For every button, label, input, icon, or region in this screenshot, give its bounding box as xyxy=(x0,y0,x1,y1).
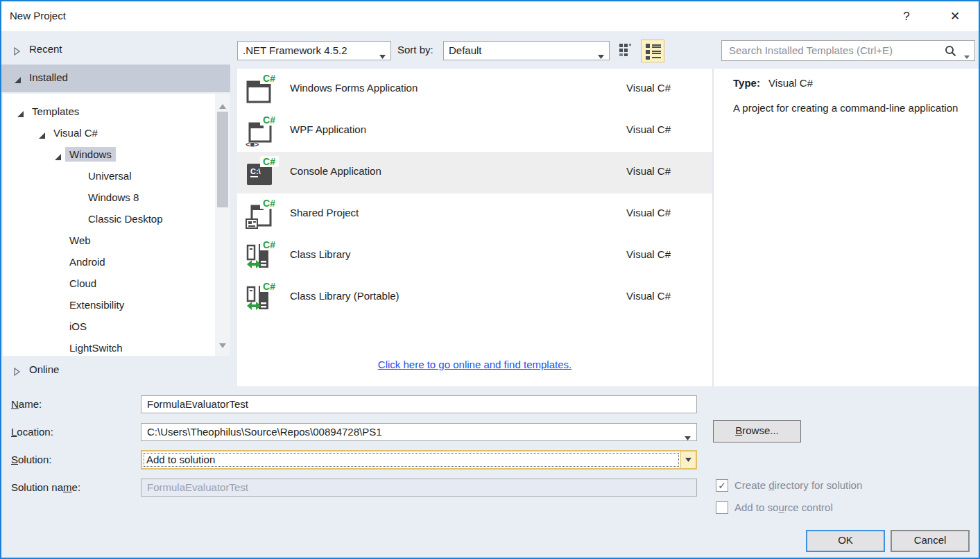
template-name: Class Library (Portable) xyxy=(290,290,399,302)
sidebar-item-installed[interactable]: Installed xyxy=(1,64,230,92)
solution-name-field[interactable]: FormulaEvaluatorTest xyxy=(141,479,697,497)
template-row-shared[interactable]: C#Shared ProjectVisual C# xyxy=(237,194,712,235)
tree-item-label: Templates xyxy=(28,104,83,119)
tree-item-extensibility[interactable]: Extensibility xyxy=(3,295,211,317)
chevron-down-icon[interactable] xyxy=(964,49,970,61)
svg-text:C#: C# xyxy=(263,281,275,292)
scroll-down-icon[interactable] xyxy=(219,338,226,350)
template-name: Shared Project xyxy=(290,207,359,218)
template-language: Visual C# xyxy=(626,123,671,135)
list-view-button[interactable] xyxy=(641,40,664,62)
tree-item-classic-desktop[interactable]: Classic Desktop xyxy=(3,209,211,231)
svg-text:<■>: <■> xyxy=(246,140,259,148)
scrollbar-thumb[interactable] xyxy=(217,112,228,207)
tree-item-label: Cloud xyxy=(65,276,101,291)
browse-button[interactable]: Browse... xyxy=(713,420,801,442)
template-name: Console Application xyxy=(290,165,381,177)
create-directory-label: Create directory for solution xyxy=(734,479,862,491)
tree-item-ios[interactable]: iOS xyxy=(3,317,211,338)
title-bar: New Project ? ✕ xyxy=(1,1,979,31)
chevron-down-icon xyxy=(379,49,386,61)
search-icon[interactable] xyxy=(945,45,956,59)
create-directory-checkbox[interactable]: ✓ xyxy=(716,479,728,492)
ok-button[interactable]: OK xyxy=(806,530,885,552)
help-button[interactable]: ? xyxy=(897,8,915,26)
scroll-up-icon[interactable] xyxy=(219,99,226,111)
svg-text:C#: C# xyxy=(263,239,275,250)
tree-item-web[interactable]: Web xyxy=(3,231,211,252)
framework-value: .NET Framework 4.5.2 xyxy=(243,44,347,56)
chevron-expanded-icon[interactable] xyxy=(38,130,46,141)
classlib-icon: C# xyxy=(246,281,279,314)
cancel-button[interactable]: Cancel xyxy=(891,530,970,552)
tree-item-templates[interactable]: Templates xyxy=(3,102,211,123)
template-category-tree: TemplatesVisual C#WindowsUniversalWindow… xyxy=(3,94,230,356)
template-row-console[interactable]: C:\C#Console ApplicationVisual C# xyxy=(237,152,712,194)
template-row-classlib[interactable]: C#Class LibraryVisual C# xyxy=(237,235,712,277)
solution-dropdown-button[interactable] xyxy=(680,452,696,468)
tree-item-windows[interactable]: Windows xyxy=(3,145,211,166)
tree-item-windows-8[interactable]: Windows 8 xyxy=(3,188,211,209)
tree-item-label: iOS xyxy=(65,319,91,334)
classlib-icon: C# xyxy=(246,239,279,273)
name-field[interactable]: FormulaEvaluatorTest xyxy=(141,395,697,413)
list-view-icon xyxy=(646,43,662,60)
chevron-down-icon xyxy=(598,49,604,61)
sidebar-item-recent[interactable]: Recent xyxy=(1,39,230,62)
search-input[interactable] xyxy=(728,44,936,57)
template-language: Visual C# xyxy=(626,207,671,218)
tree-item-visual-c-[interactable]: Visual C# xyxy=(3,123,211,145)
online-templates-link-row: Click here to go online and find templat… xyxy=(237,359,712,370)
svg-text:C#: C# xyxy=(263,73,275,84)
source-control-label: Add to source control xyxy=(734,501,833,513)
sort-by-label: Sort by: xyxy=(397,44,433,55)
template-row-classlib[interactable]: C#Class Library (Portable)Visual C# xyxy=(237,277,712,318)
solution-value: Add to solution xyxy=(142,452,680,468)
chevron-down-icon[interactable] xyxy=(685,431,691,441)
chevron-collapsed-icon xyxy=(14,46,21,58)
wpf-icon: <■>C# xyxy=(246,114,279,148)
type-label: Type: xyxy=(733,77,760,89)
solution-label: Solution: xyxy=(11,454,51,465)
sort-by-dropdown[interactable]: Default xyxy=(443,41,610,60)
tree-item-cloud[interactable]: Cloud xyxy=(3,274,211,295)
framework-dropdown[interactable]: .NET Framework 4.5.2 xyxy=(237,41,391,60)
go-online-link[interactable]: Click here to go online and find templat… xyxy=(378,359,571,370)
template-language: Visual C# xyxy=(626,165,671,177)
template-list: C#Windows Forms ApplicationVisual C#<■>C… xyxy=(237,69,712,386)
chevron-expanded-icon[interactable] xyxy=(54,151,62,163)
close-button[interactable]: ✕ xyxy=(946,8,964,26)
tree-item-label: LightSwitch xyxy=(65,341,127,355)
svg-text:C#: C# xyxy=(263,156,275,167)
shared-icon: C# xyxy=(246,198,279,231)
tree-scrollbar[interactable] xyxy=(215,94,230,356)
solution-dropdown[interactable]: Add to solution xyxy=(141,450,697,470)
small-icons-view-icon xyxy=(618,42,633,58)
template-language: Visual C# xyxy=(626,290,671,302)
sidebar-item-online[interactable]: Online xyxy=(1,359,230,383)
tree-item-lightswitch[interactable]: LightSwitch xyxy=(3,338,211,356)
location-value: C:\Users\Theophilus\Source\Repos\0089472… xyxy=(147,426,382,438)
source-control-checkbox[interactable] xyxy=(716,501,728,514)
tree-item-android[interactable]: Android xyxy=(3,252,211,274)
type-value: Visual C# xyxy=(768,77,813,89)
sidebar-item-label: Online xyxy=(29,363,59,375)
tree-item-label: Android xyxy=(65,255,110,269)
template-row-winforms[interactable]: C#Windows Forms ApplicationVisual C# xyxy=(237,69,712,110)
template-description: A project for creating a command-line ap… xyxy=(733,101,962,115)
location-field[interactable]: C:\Users\Theophilus\Source\Repos\0089472… xyxy=(141,423,697,441)
template-name: WPF Application xyxy=(290,123,366,135)
sidebar-item-label: Recent xyxy=(29,43,62,55)
tree-item-label: Web xyxy=(65,233,95,248)
template-row-wpf[interactable]: <■>C#WPF ApplicationVisual C# xyxy=(237,110,712,152)
template-language: Visual C# xyxy=(626,248,671,260)
chevron-collapsed-icon xyxy=(14,366,21,378)
svg-text:C#: C# xyxy=(263,198,275,209)
tree-item-universal[interactable]: Universal xyxy=(3,166,211,188)
tree-item-label: Windows 8 xyxy=(84,190,143,205)
svg-text:C#: C# xyxy=(263,114,275,126)
template-info-panel: Type: Visual C# A project for creating a… xyxy=(714,69,980,386)
small-icons-view-button[interactable] xyxy=(618,42,637,60)
chevron-expanded-icon[interactable] xyxy=(17,108,24,120)
tree-item-label: Visual C# xyxy=(49,126,102,140)
